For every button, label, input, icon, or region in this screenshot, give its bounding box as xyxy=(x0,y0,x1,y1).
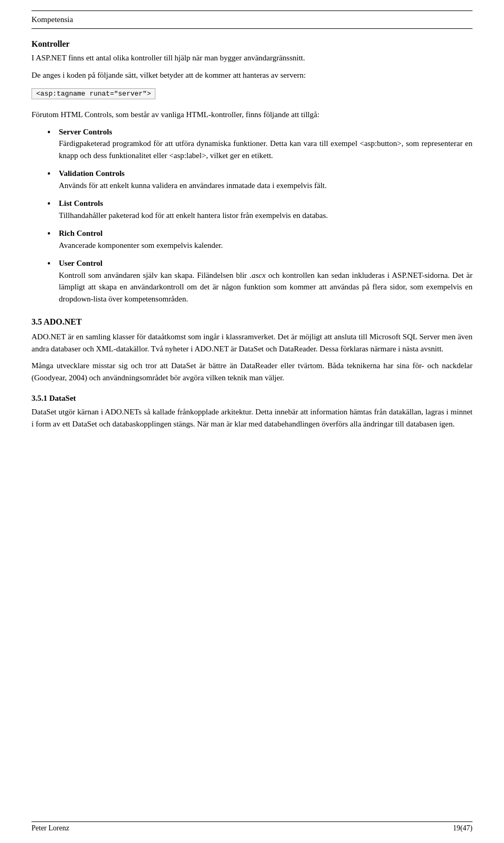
bullet-desc-5-italic: .ascx xyxy=(249,271,265,279)
bullet-validation-controls: • Validation Controls Används för att en… xyxy=(47,168,472,191)
bullet-dot-3: • xyxy=(47,197,57,211)
footer-page-number: 19(47) xyxy=(453,824,472,832)
bullet-content-2: Validation Controls Används för att enke… xyxy=(59,168,472,191)
bullet-desc-4: Avancerade komponenter som exempelvis ka… xyxy=(59,241,223,249)
page-footer: Peter Lorenz 19(47) xyxy=(32,821,472,832)
bullet-dot-5: • xyxy=(47,257,57,270)
dataset-heading: 3.5.1 DataSet xyxy=(32,394,472,403)
kontroller-intro3: Förutom HTML Controls, som består av van… xyxy=(32,109,472,121)
bullet-content-3: List Controls Tillhandahåller paketerad … xyxy=(59,197,472,221)
kontroller-intro1: I ASP.NET finns ett antal olika kontroll… xyxy=(32,52,472,64)
bullet-desc-5a: Kontroll som användaren själv kan skapa.… xyxy=(59,271,249,279)
kontroller-section: Kontroller I ASP.NET finns ett antal oli… xyxy=(32,39,472,305)
dataset-para1: DataSet utgör kärnan i ADO.NETs så kalla… xyxy=(32,406,472,430)
kontroller-heading: Kontroller xyxy=(32,39,472,49)
footer-author: Peter Lorenz xyxy=(32,824,69,832)
bullet-term-2: Validation Controls xyxy=(59,169,124,178)
bullet-list-controls: • List Controls Tillhandahåller paketera… xyxy=(47,197,472,221)
bullet-list: • Server Controls Färdigpaketerad progra… xyxy=(47,126,472,305)
bullet-desc-2: Används för att enkelt kunna validera en… xyxy=(59,181,327,190)
ado-net-section: 3.5 ADO.NET ADO.NET är en samling klasse… xyxy=(32,317,472,383)
bullet-desc-3: Tillhandahåller paketerad kod för att en… xyxy=(59,211,328,220)
ado-net-heading: 3.5 ADO.NET xyxy=(32,317,472,327)
kontroller-intro2: De anges i koden på följande sätt, vilke… xyxy=(32,69,472,81)
bullet-content-4: Rich Control Avancerade komponenter som … xyxy=(59,227,472,251)
bullet-server-controls: • Server Controls Färdigpaketerad progra… xyxy=(47,126,472,162)
bullet-term-5: User Control xyxy=(59,259,102,267)
main-content: Kontroller I ASP.NET finns ett antal oli… xyxy=(32,39,472,430)
bullet-rich-control: • Rich Control Avancerade komponenter so… xyxy=(47,227,472,251)
bullet-dot-4: • xyxy=(47,227,57,241)
code-snippet: <asp:tagname runat="server"> xyxy=(32,88,155,99)
ado-net-para1: ADO.NET är en samling klasser för dataåt… xyxy=(32,331,472,355)
bullet-dot-1: • xyxy=(47,126,57,139)
bullet-term-4: Rich Control xyxy=(59,229,102,237)
bullet-desc-1: Färdigpaketerad programkod för att utför… xyxy=(59,139,472,160)
bullet-content-1: Server Controls Färdigpaketerad programk… xyxy=(59,126,472,162)
bullet-term-3: List Controls xyxy=(59,199,103,207)
page-header-title: Kompetensia xyxy=(32,15,73,24)
bullet-dot-2: • xyxy=(47,168,57,181)
ado-net-para2: Många utvecklare misstar sig och tror at… xyxy=(32,360,472,383)
bullet-user-control: • User Control Kontroll som användaren s… xyxy=(47,257,472,305)
bullet-content-5: User Control Kontroll som användaren sjä… xyxy=(59,257,472,305)
dataset-section: 3.5.1 DataSet DataSet utgör kärnan i ADO… xyxy=(32,394,472,430)
bullet-term-1: Server Controls xyxy=(59,128,112,136)
